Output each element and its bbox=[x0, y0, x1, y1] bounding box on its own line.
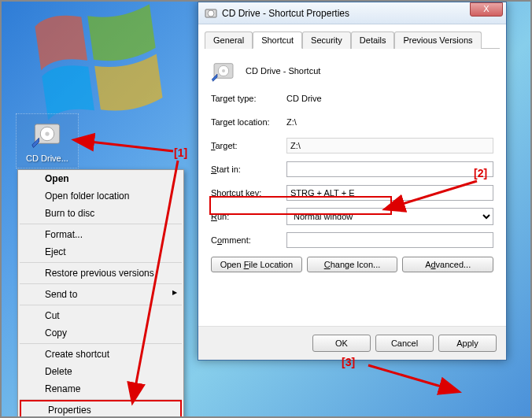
menu-separator bbox=[20, 305, 182, 305]
annotation-1: [1] bbox=[174, 146, 187, 159]
desktop-shortcut-icon[interactable]: CD Drive... bbox=[16, 113, 79, 168]
dialog-title: CD Drive - Shortcut Properties bbox=[222, 8, 503, 19]
run-select[interactable]: Normal window bbox=[286, 208, 493, 225]
svg-point-4 bbox=[208, 10, 214, 17]
close-button[interactable]: X bbox=[470, 2, 503, 17]
menu-item-delete[interactable]: Delete bbox=[18, 363, 183, 380]
menu-item-format[interactable]: Format... bbox=[18, 226, 183, 243]
svg-point-2 bbox=[45, 131, 49, 135]
menu-item-restore-previous-versions[interactable]: Restore previous versions bbox=[18, 264, 183, 282]
tab-details[interactable]: Details bbox=[351, 31, 395, 49]
advanced-button[interactable]: Advanced... bbox=[402, 257, 493, 272]
apply-button[interactable]: Apply bbox=[438, 335, 497, 352]
cancel-button[interactable]: Cancel bbox=[375, 335, 434, 352]
menu-item-cut[interactable]: Cut bbox=[18, 307, 183, 324]
menu-separator bbox=[20, 262, 182, 263]
comment-label: Comment: bbox=[211, 235, 286, 245]
target-input[interactable] bbox=[286, 138, 493, 154]
svg-line-11 bbox=[368, 365, 444, 387]
cd-drive-icon bbox=[31, 117, 64, 150]
menu-item-create-shortcut[interactable]: Create shortcut bbox=[18, 346, 183, 363]
menu-item-copy[interactable]: Copy bbox=[18, 324, 183, 342]
tab-general[interactable]: General bbox=[205, 31, 253, 49]
properties-dialog: CD Drive - Shortcut Properties X General… bbox=[198, 2, 507, 361]
menu-separator bbox=[20, 224, 182, 224]
ok-button[interactable]: OK bbox=[312, 335, 371, 352]
menu-item-open[interactable]: Open bbox=[18, 170, 183, 187]
desktop-shortcut-label: CD Drive... bbox=[20, 154, 75, 163]
target-type-label: Target type: bbox=[211, 94, 286, 103]
dialog-icon bbox=[205, 7, 217, 20]
start-in-label: Start in: bbox=[211, 165, 286, 174]
target-type-value: CD Drive bbox=[286, 94, 493, 103]
target-location-label: Target location: bbox=[211, 117, 286, 127]
tab-previous-versions[interactable]: Previous Versions bbox=[394, 31, 481, 49]
target-location-value: Z:\ bbox=[286, 117, 493, 127]
menu-item-send-to[interactable]: Send to bbox=[18, 286, 183, 303]
menu-item-burn-to-disc[interactable]: Burn to disc bbox=[18, 205, 183, 222]
tab-security[interactable]: Security bbox=[302, 31, 351, 49]
shortcut-large-icon bbox=[211, 58, 236, 83]
context-menu: OpenOpen folder locationBurn to discForm… bbox=[17, 169, 184, 418]
change-icon-button[interactable]: Change Icon... bbox=[307, 257, 398, 272]
run-label: Run: bbox=[211, 212, 286, 221]
comment-input[interactable] bbox=[286, 232, 493, 248]
titlebar[interactable]: CD Drive - Shortcut Properties X bbox=[198, 2, 506, 24]
tab-shortcut[interactable]: Shortcut bbox=[253, 31, 302, 49]
shortcut-key-label: Shortcut key: bbox=[211, 188, 286, 198]
menu-item-open-folder-location[interactable]: Open folder location bbox=[18, 187, 183, 205]
highlight-properties: Properties bbox=[20, 400, 182, 418]
menu-separator bbox=[20, 283, 182, 284]
tab-body-shortcut: CD Drive - Shortcut Target type: CD Driv… bbox=[198, 49, 506, 283]
start-in-input[interactable] bbox=[286, 161, 493, 177]
open-file-location-button[interactable]: Open File Location bbox=[211, 257, 302, 272]
dialog-footer: OK Cancel Apply bbox=[198, 326, 506, 360]
svg-point-7 bbox=[222, 69, 225, 72]
menu-item-eject[interactable]: Eject bbox=[18, 243, 183, 261]
menu-item-properties[interactable]: Properties bbox=[21, 401, 180, 418]
shortcut-key-input[interactable] bbox=[286, 185, 493, 201]
target-label: Target: bbox=[211, 141, 286, 150]
shortcut-name[interactable]: CD Drive - Shortcut bbox=[246, 65, 493, 78]
menu-separator bbox=[20, 343, 182, 344]
menu-item-rename[interactable]: Rename bbox=[18, 380, 183, 398]
tabs: GeneralShortcutSecurityDetailsPrevious V… bbox=[205, 31, 500, 49]
